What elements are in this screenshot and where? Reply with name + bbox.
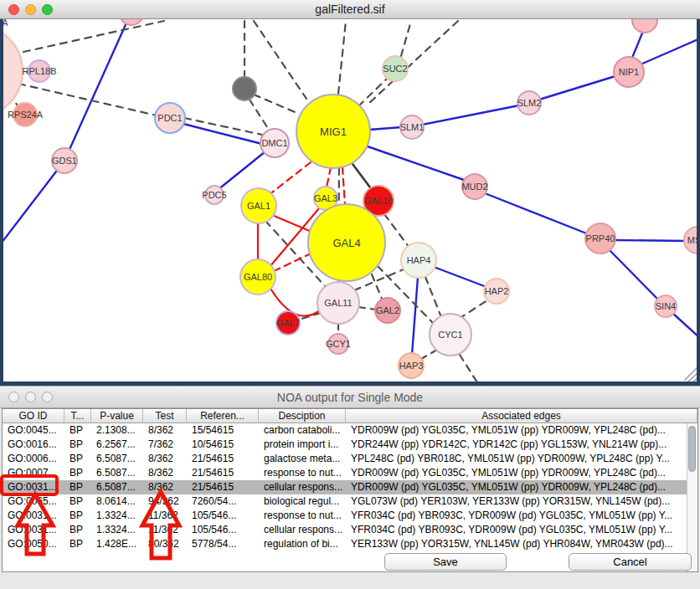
- table-row[interactable]: GO:0031...BP6.5087...8/36221/54615cellul…: [3, 480, 697, 494]
- noa-window-titlebar[interactable]: NOA output for Single Mode: [0, 387, 700, 408]
- network-edge: [641, 38, 697, 64]
- network-edge: [327, 167, 331, 187]
- network-edge: [421, 350, 437, 359]
- column-header[interactable]: Associated edges: [346, 409, 697, 423]
- scrollbar-thumb[interactable]: [688, 426, 696, 472]
- table-cell: 1.3324...: [91, 523, 143, 537]
- network-edge: [685, 368, 697, 380]
- table-cell: protein import i...: [259, 438, 346, 452]
- network-window: galFiltered.sif RPL18BRPS24AGDS1PDC1DMC1…: [0, 0, 700, 386]
- table-cell: 11/362: [143, 523, 187, 537]
- network-edge: [434, 267, 486, 287]
- network-edge: [365, 146, 464, 180]
- table-row[interactable]: GO:0031...BP1.3324...11/362105/546...res…: [3, 509, 697, 523]
- network-window-titlebar[interactable]: galFiltered.sif: [0, 0, 700, 19]
- table-cell: GO:0006...: [3, 452, 64, 466]
- table-cell: 94/362: [143, 494, 187, 509]
- table-cell: YDR009W (pd) YGL035C, YML051W (pp) YDR00…: [346, 466, 697, 480]
- node-label: SLM2: [517, 98, 542, 108]
- table-row[interactable]: GO:0050...BP1.428E...80/3625778/54...reg…: [3, 537, 697, 551]
- table-cell: YDR244W (pp) YDR142C, YDR142C (pp) YGL15…: [346, 438, 697, 452]
- node-label: RPS24A: [8, 110, 44, 120]
- table-cell: 7/362: [143, 438, 187, 452]
- node-label: NIP1: [619, 67, 639, 77]
- node-label: CYC1: [438, 330, 462, 340]
- table-cell: regulation of bi...: [259, 537, 346, 551]
- network-edge: [425, 277, 441, 317]
- network-node[interactable]: [120, 19, 143, 25]
- table-row[interactable]: GO:0016...BP6.2567...7/36210/54615protei…: [3, 438, 697, 452]
- table-cell: 11/362: [143, 509, 187, 523]
- table-cell: 21/54615: [187, 466, 259, 480]
- network-edge: [672, 313, 697, 338]
- table-cell: 8/362: [143, 466, 187, 480]
- table-cell: GO:0031...: [3, 509, 64, 523]
- network-edge: [401, 21, 411, 56]
- node-label: DMC1: [261, 138, 287, 148]
- table-cell: GO:0045...: [3, 423, 64, 438]
- node-label: SIN4: [656, 301, 676, 311]
- node-label: PRP40: [586, 233, 615, 243]
- table-cell: BP: [64, 523, 91, 537]
- table-row[interactable]: GO:0007...BP6.5087...8/36221/54615respon…: [3, 466, 697, 480]
- network-edge: [384, 214, 409, 248]
- column-header[interactable]: Desciption: [259, 409, 346, 423]
- table-row[interactable]: GO:0065...BP8.0614...94/3627260/54...bio…: [3, 494, 697, 509]
- table-cell: 8.0614...: [91, 494, 143, 509]
- network-edge: [369, 127, 402, 130]
- table-cell: YPL248C (pd) YBR018C, YML051W (pp) YDR00…: [346, 452, 697, 466]
- network-node[interactable]: [233, 77, 256, 100]
- window-title: galFiltered.sif: [0, 3, 700, 16]
- table-cell: BP: [64, 466, 91, 480]
- table-cell: BP: [64, 509, 91, 523]
- table-cell: YFR034C (pd) YBR093C, YDR009W (pd) YGL03…: [346, 523, 697, 537]
- network-edge: [3, 161, 64, 243]
- column-header[interactable]: GO ID: [3, 409, 64, 423]
- table-cell: carbon cataboli...: [259, 423, 346, 438]
- node-label: GAL7: [276, 318, 300, 328]
- network-edge: [270, 287, 320, 316]
- network-edge: [609, 249, 658, 300]
- table-cell: cellular respons...: [259, 480, 346, 494]
- column-header[interactable]: Test: [143, 409, 187, 423]
- network-edge: [372, 274, 382, 299]
- table-cell: 21/54615: [187, 452, 259, 466]
- column-header[interactable]: T...: [64, 409, 91, 423]
- network-edge: [269, 162, 311, 195]
- network-edge: [353, 164, 370, 187]
- table-cell: YDR009W (pd) YGL035C, YML051W (pp) YDR00…: [346, 423, 697, 438]
- cancel-button[interactable]: Cancel: [569, 553, 692, 571]
- table-row[interactable]: GO:0006...BP6.5087...8/36221/54615galact…: [3, 452, 697, 466]
- network-edge: [615, 240, 687, 241]
- table-cell: BP: [64, 537, 91, 551]
- node-label: PDC1: [157, 113, 182, 123]
- table-cell: BP: [64, 452, 91, 466]
- table-cell: 8/362: [143, 452, 187, 466]
- results-table: GO IDT...P-valueTestReferen...Desciption…: [2, 408, 698, 572]
- node-label: GAL1: [247, 201, 270, 211]
- column-header[interactable]: Referen...: [187, 409, 259, 423]
- node-label: GAL3: [314, 193, 337, 203]
- table-cell: BP: [64, 494, 91, 509]
- window-title: NOA output for Single Mode: [0, 391, 700, 404]
- network-canvas[interactable]: RPL18BRPS24AGDS1PDC1DMC1MIG1SUC2SLM1SLM2…: [3, 19, 697, 382]
- network-edge: [412, 277, 418, 355]
- network-node[interactable]: [632, 19, 657, 33]
- vertical-scrollbar[interactable]: [687, 423, 697, 571]
- network-edge: [460, 355, 477, 382]
- node-label: HAP2: [485, 286, 509, 296]
- network-edge: [422, 105, 519, 125]
- table-cell: GO:0065...: [3, 494, 64, 509]
- table-row[interactable]: GO:0031...BP1.3324...11/362105/546...cel…: [3, 523, 697, 537]
- table-cell: response to nut...: [259, 466, 346, 480]
- node-label: HAP3: [399, 361, 424, 371]
- node-label: GAL4: [332, 237, 360, 249]
- network-edge: [254, 21, 306, 99]
- table-cell: YDR009W (pd) YGL035C, YML051W (pp) YDR00…: [346, 480, 697, 494]
- network-edge: [459, 299, 490, 319]
- network-edge: [358, 79, 386, 106]
- column-header[interactable]: P-value: [91, 409, 143, 423]
- table-row[interactable]: GO:0045...BP2.1308...8/36215/54615carbon…: [3, 423, 697, 438]
- node-label: SLM1: [400, 122, 425, 132]
- save-button[interactable]: Save: [384, 553, 507, 571]
